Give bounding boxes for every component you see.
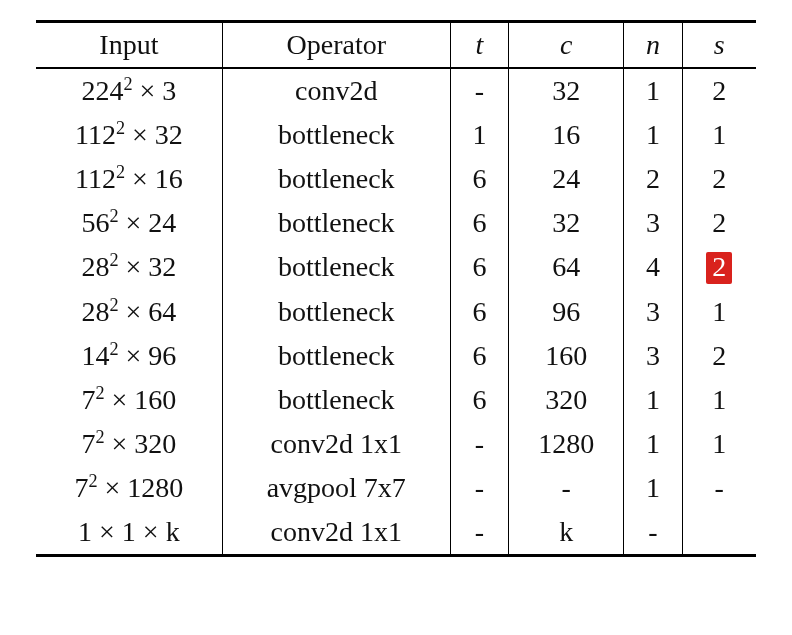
times-symbol: × [105, 428, 135, 459]
input-text: 1 × 1 × k [78, 516, 180, 547]
input-base: 7 [74, 472, 88, 503]
cell-c: - [509, 466, 624, 510]
cell-c: 64 [509, 245, 624, 290]
cell-input: 142 × 96 [36, 334, 222, 378]
input-channels: 32 [148, 251, 176, 282]
table-row: 1122 × 32bottleneck11611 [36, 113, 756, 157]
cell-input: 2242 × 3 [36, 68, 222, 113]
cell-t: 6 [450, 201, 508, 245]
input-channels: 320 [134, 428, 176, 459]
cell-c: 16 [509, 113, 624, 157]
input-base: 28 [81, 296, 109, 327]
cell-s: 2 [682, 157, 756, 201]
cell-s: 2 [682, 201, 756, 245]
table-row: 282 × 32bottleneck66442 [36, 245, 756, 290]
cell-s: 1 [682, 290, 756, 334]
architecture-table: Input Operator t c n s 2242 × 3conv2d-32… [36, 20, 756, 557]
cell-c: 32 [509, 68, 624, 113]
input-channels: 64 [148, 296, 176, 327]
table-row: 1122 × 16bottleneck62422 [36, 157, 756, 201]
cell-t: 6 [450, 378, 508, 422]
times-symbol: × [105, 384, 135, 415]
cell-s: 1 [682, 113, 756, 157]
cell-n: 3 [624, 290, 682, 334]
cell-input: 1 × 1 × k [36, 510, 222, 556]
cell-operator: conv2d 1x1 [222, 422, 450, 466]
input-base: 224 [81, 75, 123, 106]
table-row: 1 × 1 × kconv2d 1x1-k- [36, 510, 756, 556]
input-channels: 96 [148, 340, 176, 371]
cell-n: 1 [624, 68, 682, 113]
input-channels: 1280 [127, 472, 183, 503]
col-n: n [624, 22, 682, 69]
input-channels: 32 [155, 119, 183, 150]
input-exponent: 2 [109, 206, 118, 226]
input-exponent: 2 [109, 294, 118, 314]
cell-c: 320 [509, 378, 624, 422]
col-c: c [509, 22, 624, 69]
cell-t: 6 [450, 245, 508, 290]
input-base: 7 [81, 428, 95, 459]
cell-operator: bottleneck [222, 201, 450, 245]
cell-n: 3 [624, 201, 682, 245]
input-channels: 16 [155, 163, 183, 194]
input-exponent: 2 [95, 426, 104, 446]
cell-input: 72 × 320 [36, 422, 222, 466]
input-base: 112 [75, 119, 116, 150]
times-symbol: × [119, 296, 149, 327]
input-base: 56 [81, 207, 109, 238]
table-row: 72 × 1280avgpool 7x7--1- [36, 466, 756, 510]
cell-n: 1 [624, 378, 682, 422]
cell-s: 1 [682, 378, 756, 422]
input-base: 28 [81, 251, 109, 282]
col-s: s [682, 22, 756, 69]
cell-input: 1122 × 32 [36, 113, 222, 157]
cell-operator: bottleneck [222, 334, 450, 378]
cell-c: 32 [509, 201, 624, 245]
cell-t: - [450, 68, 508, 113]
cell-n: - [624, 510, 682, 556]
input-channels: 160 [134, 384, 176, 415]
table-row: 142 × 96bottleneck616032 [36, 334, 756, 378]
input-exponent: 2 [109, 338, 118, 358]
cell-s: - [682, 466, 756, 510]
header-row: Input Operator t c n s [36, 22, 756, 69]
times-symbol: × [125, 119, 155, 150]
cell-input: 72 × 160 [36, 378, 222, 422]
cell-operator: bottleneck [222, 290, 450, 334]
cell-c: 160 [509, 334, 624, 378]
input-base: 7 [81, 384, 95, 415]
cell-operator: avgpool 7x7 [222, 466, 450, 510]
input-channels: 3 [162, 75, 176, 106]
cell-operator: bottleneck [222, 378, 450, 422]
times-symbol: × [98, 472, 128, 503]
cell-t: 6 [450, 290, 508, 334]
cell-t: 6 [450, 334, 508, 378]
cell-n: 1 [624, 466, 682, 510]
cell-s: 2 [682, 68, 756, 113]
cell-input: 72 × 1280 [36, 466, 222, 510]
input-channels: 24 [148, 207, 176, 238]
cell-input: 1122 × 16 [36, 157, 222, 201]
cell-c: 24 [509, 157, 624, 201]
cell-input: 282 × 64 [36, 290, 222, 334]
cell-operator: bottleneck [222, 113, 450, 157]
cell-operator: conv2d 1x1 [222, 510, 450, 556]
cell-t: 6 [450, 157, 508, 201]
cell-c: 96 [509, 290, 624, 334]
cell-s [682, 510, 756, 556]
times-symbol: × [133, 75, 163, 106]
cell-t: 1 [450, 113, 508, 157]
cell-s: 1 [682, 422, 756, 466]
times-symbol: × [125, 163, 155, 194]
table-row: 72 × 320conv2d 1x1-128011 [36, 422, 756, 466]
cell-operator: conv2d [222, 68, 450, 113]
cell-input: 562 × 24 [36, 201, 222, 245]
input-exponent: 2 [109, 250, 118, 270]
table-row: 282 × 64bottleneck69631 [36, 290, 756, 334]
times-symbol: × [119, 207, 149, 238]
cell-operator: bottleneck [222, 157, 450, 201]
input-exponent: 2 [116, 162, 125, 182]
cell-n: 2 [624, 157, 682, 201]
input-exponent: 2 [95, 382, 104, 402]
